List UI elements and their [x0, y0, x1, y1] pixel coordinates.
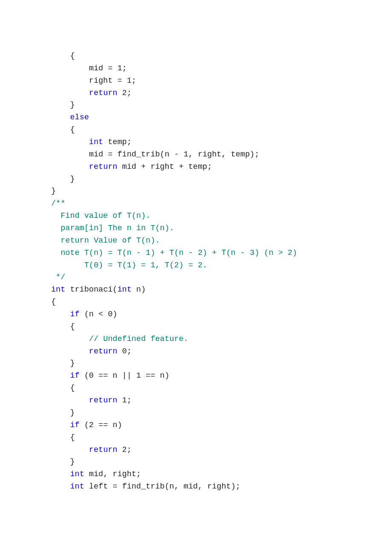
code-token: */	[51, 273, 65, 282]
code-token: (2 == n)	[80, 421, 122, 430]
code-token	[51, 470, 70, 479]
code-token	[51, 89, 89, 98]
code-token: if	[70, 421, 79, 430]
code-token: }	[51, 175, 75, 184]
code-token	[51, 421, 70, 430]
code-token: temp;	[103, 138, 132, 147]
code-token	[51, 396, 89, 405]
code-token: note T(n) = T(n - 1) + T(n - 2) + T(n - …	[51, 249, 297, 257]
code-token	[51, 371, 70, 380]
code-token: param[in] The n in T(n).	[51, 224, 174, 233]
code-token: right = 1;	[51, 76, 136, 85]
code-token: int	[70, 482, 84, 491]
code-token: (0 == n || 1 == n)	[80, 371, 170, 380]
code-token: int	[117, 285, 131, 294]
code-token: {	[51, 52, 75, 61]
code-token: (n < 0)	[80, 310, 118, 319]
code-token	[51, 113, 70, 122]
code-token: }	[51, 457, 75, 466]
code-token: 2;	[117, 445, 131, 454]
code-token: return	[89, 396, 118, 405]
code-block: { mid = 1; right = 1; return 2; } else {…	[51, 50, 392, 493]
code-token: return	[89, 347, 118, 356]
code-token	[51, 162, 89, 171]
code-token: left = find_trib(n, mid, right);	[84, 482, 240, 491]
code-token: Find value of T(n).	[51, 211, 150, 220]
code-token: T(0) = T(1) = 1, T(2) = 2.	[51, 261, 207, 270]
code-token: mid = find_trib(n - 1, right, temp);	[51, 150, 259, 159]
code-token: mid + right + temp;	[117, 162, 212, 171]
code-token: }	[51, 359, 75, 368]
code-token: // Undefined feature.	[89, 335, 188, 344]
code-page: { mid = 1; right = 1; return 2; } else {…	[0, 0, 392, 493]
code-token: if	[70, 371, 79, 380]
code-token: {	[51, 433, 75, 442]
code-token	[51, 347, 89, 356]
code-token: /**	[51, 199, 65, 208]
code-token	[51, 335, 89, 344]
code-token: }	[51, 408, 75, 417]
code-token: }	[51, 101, 75, 110]
code-token	[51, 482, 70, 491]
code-token: {	[51, 298, 56, 306]
code-token: {	[51, 322, 75, 331]
code-token	[51, 445, 89, 454]
code-token	[51, 310, 70, 319]
code-token: int	[51, 285, 65, 294]
code-token: 0;	[117, 347, 131, 356]
code-token: if	[70, 310, 79, 319]
code-token: 2;	[117, 89, 131, 98]
code-token: else	[70, 113, 89, 122]
code-token: {	[51, 384, 75, 393]
code-token: 1;	[117, 396, 131, 405]
code-token: return Value of T(n).	[51, 236, 160, 245]
code-token: int	[89, 138, 103, 147]
code-token: tribonaci(	[65, 285, 117, 294]
code-token: {	[51, 125, 75, 134]
code-token: return	[89, 89, 118, 98]
code-token: n)	[132, 285, 146, 294]
code-token	[51, 138, 89, 147]
code-token: mid = 1;	[51, 64, 127, 73]
code-token: return	[89, 162, 118, 171]
code-token: int	[70, 470, 84, 479]
code-token: mid, right;	[84, 470, 141, 479]
code-token: return	[89, 445, 118, 454]
code-token: }	[51, 187, 56, 196]
